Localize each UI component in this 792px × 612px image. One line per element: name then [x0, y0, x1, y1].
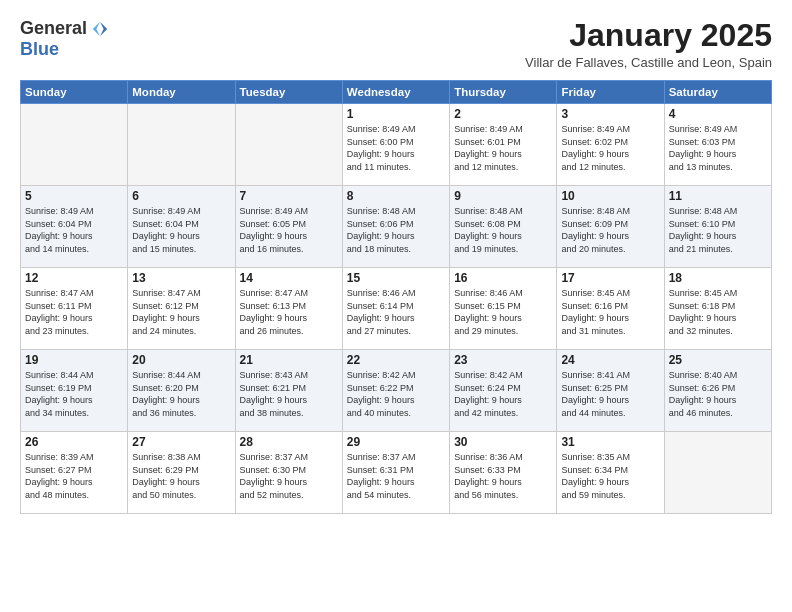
day-info: Sunrise: 8:43 AM Sunset: 6:21 PM Dayligh…: [240, 369, 338, 419]
col-thursday: Thursday: [450, 81, 557, 104]
day-number: 29: [347, 435, 445, 449]
day-number: 9: [454, 189, 552, 203]
day-info: Sunrise: 8:42 AM Sunset: 6:22 PM Dayligh…: [347, 369, 445, 419]
calendar-cell: 10Sunrise: 8:48 AM Sunset: 6:09 PM Dayli…: [557, 186, 664, 268]
calendar: Sunday Monday Tuesday Wednesday Thursday…: [20, 80, 772, 514]
day-number: 16: [454, 271, 552, 285]
col-sunday: Sunday: [21, 81, 128, 104]
day-number: 19: [25, 353, 123, 367]
day-info: Sunrise: 8:49 AM Sunset: 6:02 PM Dayligh…: [561, 123, 659, 173]
col-friday: Friday: [557, 81, 664, 104]
day-number: 24: [561, 353, 659, 367]
page: General Blue January 2025 Villar de Fall…: [0, 0, 792, 612]
day-number: 5: [25, 189, 123, 203]
day-info: Sunrise: 8:49 AM Sunset: 6:01 PM Dayligh…: [454, 123, 552, 173]
calendar-cell: 20Sunrise: 8:44 AM Sunset: 6:20 PM Dayli…: [128, 350, 235, 432]
day-info: Sunrise: 8:44 AM Sunset: 6:19 PM Dayligh…: [25, 369, 123, 419]
col-wednesday: Wednesday: [342, 81, 449, 104]
calendar-cell: 17Sunrise: 8:45 AM Sunset: 6:16 PM Dayli…: [557, 268, 664, 350]
day-number: 13: [132, 271, 230, 285]
logo-icon: [91, 20, 109, 38]
calendar-cell: 21Sunrise: 8:43 AM Sunset: 6:21 PM Dayli…: [235, 350, 342, 432]
logo-general: General: [20, 18, 87, 39]
calendar-week-row: 26Sunrise: 8:39 AM Sunset: 6:27 PM Dayli…: [21, 432, 772, 514]
day-info: Sunrise: 8:49 AM Sunset: 6:03 PM Dayligh…: [669, 123, 767, 173]
day-number: 22: [347, 353, 445, 367]
day-info: Sunrise: 8:47 AM Sunset: 6:13 PM Dayligh…: [240, 287, 338, 337]
col-monday: Monday: [128, 81, 235, 104]
calendar-cell: 27Sunrise: 8:38 AM Sunset: 6:29 PM Dayli…: [128, 432, 235, 514]
day-info: Sunrise: 8:45 AM Sunset: 6:16 PM Dayligh…: [561, 287, 659, 337]
day-info: Sunrise: 8:48 AM Sunset: 6:08 PM Dayligh…: [454, 205, 552, 255]
day-info: Sunrise: 8:48 AM Sunset: 6:09 PM Dayligh…: [561, 205, 659, 255]
day-info: Sunrise: 8:37 AM Sunset: 6:30 PM Dayligh…: [240, 451, 338, 501]
calendar-cell: 15Sunrise: 8:46 AM Sunset: 6:14 PM Dayli…: [342, 268, 449, 350]
day-info: Sunrise: 8:40 AM Sunset: 6:26 PM Dayligh…: [669, 369, 767, 419]
day-info: Sunrise: 8:45 AM Sunset: 6:18 PM Dayligh…: [669, 287, 767, 337]
calendar-week-row: 5Sunrise: 8:49 AM Sunset: 6:04 PM Daylig…: [21, 186, 772, 268]
day-info: Sunrise: 8:49 AM Sunset: 6:04 PM Dayligh…: [25, 205, 123, 255]
col-tuesday: Tuesday: [235, 81, 342, 104]
location-subtitle: Villar de Fallaves, Castille and Leon, S…: [525, 55, 772, 70]
calendar-cell: 28Sunrise: 8:37 AM Sunset: 6:30 PM Dayli…: [235, 432, 342, 514]
day-number: 7: [240, 189, 338, 203]
calendar-cell: 26Sunrise: 8:39 AM Sunset: 6:27 PM Dayli…: [21, 432, 128, 514]
day-number: 11: [669, 189, 767, 203]
calendar-cell: 19Sunrise: 8:44 AM Sunset: 6:19 PM Dayli…: [21, 350, 128, 432]
calendar-cell: 8Sunrise: 8:48 AM Sunset: 6:06 PM Daylig…: [342, 186, 449, 268]
day-info: Sunrise: 8:49 AM Sunset: 6:00 PM Dayligh…: [347, 123, 445, 173]
day-info: Sunrise: 8:39 AM Sunset: 6:27 PM Dayligh…: [25, 451, 123, 501]
day-number: 28: [240, 435, 338, 449]
col-saturday: Saturday: [664, 81, 771, 104]
day-info: Sunrise: 8:48 AM Sunset: 6:10 PM Dayligh…: [669, 205, 767, 255]
day-number: 8: [347, 189, 445, 203]
day-number: 25: [669, 353, 767, 367]
calendar-cell: 25Sunrise: 8:40 AM Sunset: 6:26 PM Dayli…: [664, 350, 771, 432]
calendar-cell: [128, 104, 235, 186]
day-number: 15: [347, 271, 445, 285]
calendar-cell: 29Sunrise: 8:37 AM Sunset: 6:31 PM Dayli…: [342, 432, 449, 514]
calendar-cell: 14Sunrise: 8:47 AM Sunset: 6:13 PM Dayli…: [235, 268, 342, 350]
calendar-cell: 6Sunrise: 8:49 AM Sunset: 6:04 PM Daylig…: [128, 186, 235, 268]
calendar-cell: 5Sunrise: 8:49 AM Sunset: 6:04 PM Daylig…: [21, 186, 128, 268]
logo: General Blue: [20, 18, 109, 60]
calendar-cell: [235, 104, 342, 186]
day-info: Sunrise: 8:46 AM Sunset: 6:15 PM Dayligh…: [454, 287, 552, 337]
calendar-cell: 22Sunrise: 8:42 AM Sunset: 6:22 PM Dayli…: [342, 350, 449, 432]
day-info: Sunrise: 8:47 AM Sunset: 6:12 PM Dayligh…: [132, 287, 230, 337]
logo-blue: Blue: [20, 39, 59, 60]
day-number: 17: [561, 271, 659, 285]
calendar-cell: 4Sunrise: 8:49 AM Sunset: 6:03 PM Daylig…: [664, 104, 771, 186]
calendar-cell: 23Sunrise: 8:42 AM Sunset: 6:24 PM Dayli…: [450, 350, 557, 432]
day-number: 3: [561, 107, 659, 121]
calendar-cell: 11Sunrise: 8:48 AM Sunset: 6:10 PM Dayli…: [664, 186, 771, 268]
day-info: Sunrise: 8:37 AM Sunset: 6:31 PM Dayligh…: [347, 451, 445, 501]
calendar-cell: 31Sunrise: 8:35 AM Sunset: 6:34 PM Dayli…: [557, 432, 664, 514]
day-info: Sunrise: 8:49 AM Sunset: 6:04 PM Dayligh…: [132, 205, 230, 255]
day-info: Sunrise: 8:41 AM Sunset: 6:25 PM Dayligh…: [561, 369, 659, 419]
day-info: Sunrise: 8:44 AM Sunset: 6:20 PM Dayligh…: [132, 369, 230, 419]
calendar-cell: 13Sunrise: 8:47 AM Sunset: 6:12 PM Dayli…: [128, 268, 235, 350]
calendar-cell: 18Sunrise: 8:45 AM Sunset: 6:18 PM Dayli…: [664, 268, 771, 350]
day-info: Sunrise: 8:35 AM Sunset: 6:34 PM Dayligh…: [561, 451, 659, 501]
day-number: 6: [132, 189, 230, 203]
month-title: January 2025: [525, 18, 772, 53]
day-number: 14: [240, 271, 338, 285]
day-number: 26: [25, 435, 123, 449]
day-number: 18: [669, 271, 767, 285]
day-number: 2: [454, 107, 552, 121]
day-number: 20: [132, 353, 230, 367]
day-info: Sunrise: 8:46 AM Sunset: 6:14 PM Dayligh…: [347, 287, 445, 337]
day-number: 1: [347, 107, 445, 121]
day-info: Sunrise: 8:42 AM Sunset: 6:24 PM Dayligh…: [454, 369, 552, 419]
day-info: Sunrise: 8:49 AM Sunset: 6:05 PM Dayligh…: [240, 205, 338, 255]
calendar-week-row: 12Sunrise: 8:47 AM Sunset: 6:11 PM Dayli…: [21, 268, 772, 350]
calendar-cell: 9Sunrise: 8:48 AM Sunset: 6:08 PM Daylig…: [450, 186, 557, 268]
header: General Blue January 2025 Villar de Fall…: [20, 18, 772, 70]
day-number: 4: [669, 107, 767, 121]
day-info: Sunrise: 8:38 AM Sunset: 6:29 PM Dayligh…: [132, 451, 230, 501]
title-block: January 2025 Villar de Fallaves, Castill…: [525, 18, 772, 70]
calendar-header-row: Sunday Monday Tuesday Wednesday Thursday…: [21, 81, 772, 104]
calendar-cell: 16Sunrise: 8:46 AM Sunset: 6:15 PM Dayli…: [450, 268, 557, 350]
day-number: 12: [25, 271, 123, 285]
